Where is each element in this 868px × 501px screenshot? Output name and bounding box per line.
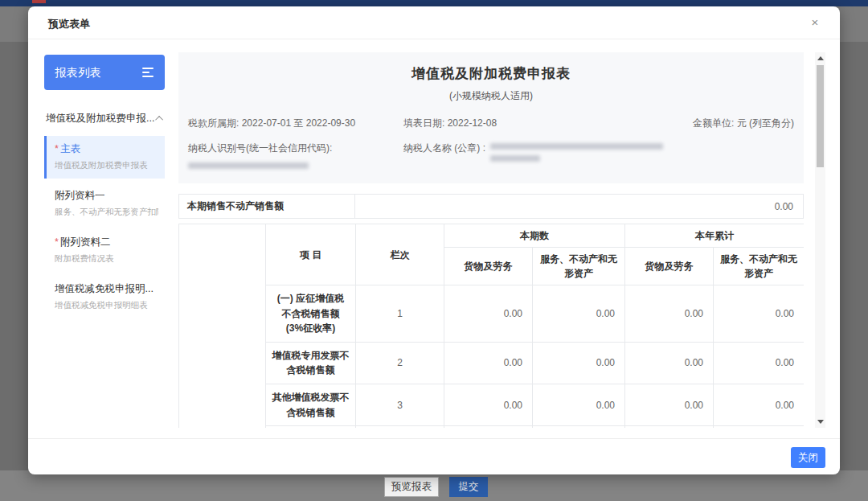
col-header-current-period: 本期数 <box>444 224 625 248</box>
form-header: 增值税及附加税费申报表 (小规模纳税人适用) 税款所属期: 2022-07-01… <box>178 52 804 183</box>
item-subtitle: 增值税及附加税费申报表 <box>55 160 158 171</box>
fill-date: 填表日期: 2022-12-08 <box>403 117 693 130</box>
item-title: 增值税减免税申报明... <box>55 283 154 294</box>
tax-period: 税款所属期: 2022-07-01 至 2022-09-30 <box>188 117 403 130</box>
col-header-services-realestate: 服务、不动产和无 形资产 <box>714 248 805 285</box>
redacted-taxpayer-name-line2 <box>490 155 540 162</box>
col-header-services-realestate: 服务、不动产和无 形资产 <box>533 248 625 285</box>
modal-header: 预览表单 × <box>28 6 840 39</box>
col-header-goods-services: 货物及劳务 <box>444 248 533 285</box>
redacted-taxpayer-name-line1 <box>490 143 663 150</box>
chevron-up-icon <box>155 116 163 124</box>
taxpayer-name-label: 纳税人名称 (公章) : <box>403 142 485 162</box>
required-marker: * <box>55 143 59 154</box>
preview-report-button[interactable]: 预览报表 <box>384 477 439 497</box>
row-group-column <box>179 224 266 429</box>
preview-form-modal: 预览表单 × 报表列表 增值税及附加税费申报... *主表 增值税及附加税费申报… <box>28 6 840 474</box>
table-row: (二) 应征增值税 不含税销售额 (5%征收率) 4 —— 3,430.00 —… <box>179 426 805 428</box>
sidebar-item-main-form[interactable]: *主表 增值税及附加税费申报表 <box>44 136 165 179</box>
presale-label: 本期销售不动产销售额 <box>179 195 355 218</box>
content-scrollbar[interactable] <box>815 52 825 428</box>
modal-body: 报表列表 增值税及附加税费申报... *主表 增值税及附加税费申报表 附列资料一… <box>28 39 840 438</box>
report-list-sidebar: 报表列表 增值税及附加税费申报... *主表 增值税及附加税费申报表 附列资料一… <box>44 55 165 322</box>
report-group-label: 增值税及附加税费申报... <box>46 112 154 125</box>
modal-footer: 关闭 <box>28 438 840 474</box>
close-button[interactable]: 关闭 <box>791 447 825 468</box>
item-subtitle: 附加税费情况表 <box>55 253 158 265</box>
submit-button[interactable]: 提交 <box>449 477 488 497</box>
sidebar-item-tax-reduction[interactable]: 增值税减免税申报明... 增值税减免税申报明细表 <box>44 276 165 318</box>
modal-title: 预览表单 <box>48 17 90 31</box>
scroll-down-icon[interactable] <box>817 420 824 424</box>
item-title: 附列资料一 <box>55 190 105 201</box>
item-subtitle: 增值税减免税申报明细表 <box>55 300 158 311</box>
report-group-header[interactable]: 增值税及附加税费申报... <box>46 112 163 125</box>
item-subtitle: 服务、不动产和无形资产扣除 <box>55 207 158 218</box>
table-row: 增值税专用发票不 含税销售额 2 0.00 0.00 0.00 0.00 <box>179 342 805 384</box>
list-collapse-icon <box>142 65 154 80</box>
declaration-table: 项 目 栏次 本期数 本年累计 货物及劳务 服务、不动产和无 形资产 货物及劳务… <box>178 224 804 428</box>
scroll-up-icon[interactable] <box>817 56 824 60</box>
report-list-label: 报表列表 <box>55 65 101 80</box>
amount-unit: 金额单位: 元 (列至角分) <box>693 117 794 130</box>
browser-top-bar <box>0 0 868 6</box>
col-header-year-to-date: 本年累计 <box>625 224 805 248</box>
sidebar-item-appendix-1[interactable]: 附列资料一 服务、不动产和无形资产扣除 <box>44 183 165 225</box>
col-header-item: 项 目 <box>266 224 356 285</box>
report-items: *主表 增值税及附加税费申报表 附列资料一 服务、不动产和无形资产扣除 *附列资… <box>44 136 165 318</box>
required-marker: * <box>55 236 59 248</box>
top-bar-red-accent <box>32 0 46 3</box>
presale-amount-row: 本期销售不动产销售额 0.00 <box>178 194 804 219</box>
redacted-taxpayer-id <box>188 162 309 169</box>
taxpayer-id-block: 纳税人识别号(统一社会信用代码): <box>188 142 403 169</box>
item-title: 附列资料二 <box>60 236 111 248</box>
col-header-goods-services: 货物及劳务 <box>625 248 714 285</box>
sidebar-item-appendix-2[interactable]: *附列资料二 附加税费情况表 <box>44 229 165 272</box>
presale-value: 0.00 <box>355 196 803 217</box>
form-preview-area: 增值税及附加税费申报表 (小规模纳税人适用) 税款所属期: 2022-07-01… <box>178 52 804 428</box>
close-icon[interactable]: × <box>808 15 822 30</box>
col-header-no: 栏次 <box>356 224 444 285</box>
report-list-header[interactable]: 报表列表 <box>44 55 165 90</box>
taxpayer-name-block: 纳税人名称 (公章) : <box>403 142 794 162</box>
taxpayer-id-label: 纳税人识别号(统一社会信用代码): <box>188 142 403 155</box>
form-subtitle: (小规模纳税人适用) <box>188 89 794 103</box>
table-row: 其他增值税发票不 含税销售额 3 0.00 0.00 0.00 0.00 <box>179 384 805 425</box>
scrollbar-thumb[interactable] <box>817 65 824 167</box>
table-row: (一) 应征增值税 不含税销售额 (3%征收率) 1 0.00 0.00 0.0… <box>179 285 805 343</box>
form-title: 增值税及附加税费申报表 <box>188 64 794 83</box>
item-title: 主表 <box>60 143 80 154</box>
